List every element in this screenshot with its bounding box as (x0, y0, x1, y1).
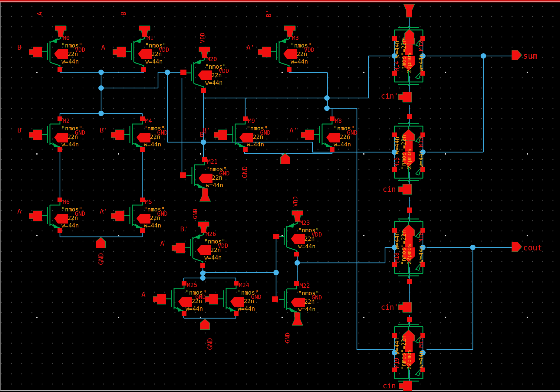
vdd-house-icon[interactable] (404, 29, 415, 41)
instance-name: M4 (145, 118, 152, 124)
length-label: 22n (211, 72, 222, 78)
instance-name: M24 (239, 282, 249, 288)
instance-name: M1 (147, 35, 153, 41)
gnd-pin-icon[interactable] (199, 188, 211, 202)
width-label: w=44n (61, 58, 79, 64)
gate-pin-icon[interactable] (29, 210, 42, 222)
gate-terminal[interactable] (272, 296, 278, 302)
gate-terminal[interactable] (273, 234, 279, 239)
tgate-center-model2: 22pmosGND (406, 324, 412, 381)
cin-b-pin-icon[interactable] (398, 91, 412, 103)
transistor-M21[interactable]: M21 "nmos" GND 22n w=44n GND B' (173, 157, 243, 210)
tgate-M18-M16[interactable]: M18w=44n "nmos"=22n 22pmosVDD w=44nM16 (389, 217, 428, 278)
transistor-M0[interactable]: M0 "nmos" VDD 22n w=44n B A (29, 23, 98, 76)
gate-pin-icon[interactable] (153, 293, 166, 305)
gnd-pin-icon[interactable] (292, 312, 303, 326)
instance-name: M22 (299, 283, 310, 289)
width-label: w=44n (145, 58, 163, 64)
instance-name: M0 (63, 35, 70, 41)
gate-pin-icon[interactable] (29, 46, 42, 58)
transistor-M23[interactable]: M23 "nmos" VDD 22n w=44n VDD (265, 208, 335, 261)
top-net-label: A (36, 0, 43, 32)
gate-pin-icon[interactable] (214, 129, 227, 141)
gate-pin-icon[interactable] (113, 46, 126, 58)
cout-port-icon[interactable] (512, 242, 522, 252)
cin-label: cin (383, 382, 396, 390)
instance-name: M20 (206, 56, 217, 62)
mos-symbol (173, 44, 218, 96)
length-label: 22n (304, 236, 315, 242)
transistor-M22[interactable]: M22 "nmos" GND 22n w=44n GND (265, 281, 335, 334)
top-net-label: VDD (199, 20, 206, 56)
transistor-M26[interactable]: M26 "nmos" VDD 22n w=44n A B' (172, 219, 241, 272)
length-label: 22n (304, 299, 315, 305)
tgate-left-labels: M18w=44n (393, 219, 400, 276)
cin-b-label: cin' (381, 303, 398, 312)
top-net-label: B' (265, 0, 272, 32)
tgate-left-labels: M19w=44n (393, 324, 400, 381)
drain-net-label: B' (180, 226, 188, 232)
sum-port-icon[interactable] (512, 50, 522, 60)
schematic-window: M0 "nmos" VDD 22n w=44n B A M1 "nmos" VD… (0, 0, 560, 392)
width-label: w=44n (205, 80, 222, 86)
width-label: w=44n (186, 305, 203, 312)
transistor-M24[interactable]: M24 "nmos" GND 22n w=44n (205, 281, 275, 334)
length-label: 22n (150, 134, 160, 140)
length-label: 22n (244, 298, 254, 304)
cin-label: cin (383, 185, 396, 194)
vdd-pin-icon[interactable] (404, 4, 415, 18)
width-label: w=44n (298, 243, 315, 249)
gate-pin-icon[interactable] (258, 46, 271, 58)
transistor-M1[interactable]: M1 "nmos" VDD 22n w=44n A B (113, 23, 182, 76)
gate-pin-icon[interactable] (29, 129, 42, 141)
length-label: 22n (192, 298, 202, 304)
tgate-right-labels: w=44nM16 (417, 219, 424, 276)
schematic-canvas[interactable]: M0 "nmos" VDD 22n w=44n B A M1 "nmos" VD… (0, 2, 560, 391)
gate-pin-icon[interactable] (301, 129, 314, 141)
gnd-symbol-icon[interactable] (280, 153, 291, 165)
tgate-M19-M17[interactable]: M19w=44n "nmos"=22n 22pmosGND w=44nM17 (389, 322, 428, 383)
transistor-M8[interactable]: M8 "nmos" GND 22n w=44n A' (301, 116, 371, 169)
top-net-label: B (120, 0, 127, 32)
length-label: 22n (253, 134, 263, 140)
transistor-M4[interactable]: M4 "nmos" GND 22n w=44n B' (111, 116, 181, 169)
instance-name: M9 (248, 118, 255, 124)
input-net-label: A (101, 44, 105, 51)
width-label: w=44n (291, 58, 308, 64)
width-label: w=44n (61, 222, 79, 228)
length-label: 22n (212, 175, 222, 181)
gate-terminal[interactable] (180, 172, 186, 178)
transistor-M20[interactable]: M20 "nmos" VDD 22n w=44n VDD (173, 44, 242, 97)
cout-port-label: cout (523, 243, 542, 252)
cin-pin-icon[interactable] (398, 183, 412, 195)
input-net-label: B (17, 44, 21, 51)
width-label: w=44n (206, 182, 223, 188)
gate-pin-icon[interactable] (111, 210, 124, 222)
transistor-M6[interactable]: M6 "nmos" GND 22n w=44n A (29, 198, 98, 250)
instance-name: M25 (187, 282, 197, 288)
input-net-label: A (160, 240, 164, 247)
input-net-label: A' (289, 127, 298, 133)
input-net-label: A' (246, 44, 255, 51)
gate-pin-icon[interactable] (205, 293, 218, 305)
length-label: 22n (210, 247, 221, 253)
gnd-net-label: GND (97, 241, 104, 277)
instance-name: M3 (292, 35, 299, 41)
tgate-center-model2: 22pmosGND (406, 123, 412, 181)
instance-name: M2 (63, 118, 70, 124)
cin-pin-icon[interactable] (399, 380, 412, 392)
tgate-M15-M13[interactable]: M15w=44n "nmos"=22n 22pmosGND w=44nM13 (389, 122, 428, 182)
input-net-label: A' (100, 208, 108, 214)
transistor-M2[interactable]: M2 "nmos" GND 22n w=44n B (29, 116, 98, 169)
gate-pin-icon[interactable] (172, 242, 185, 254)
transistor-M3[interactable]: M3 "nmos" VDD 22n w=44n A' B' (258, 23, 328, 76)
length-label: 22n (68, 51, 78, 57)
length-label: 22n (340, 134, 350, 140)
gate-terminal[interactable] (180, 70, 186, 75)
cin-b-pin-icon[interactable] (398, 301, 412, 313)
transistor-M5[interactable]: M5 "nmos" GND 22n w=44n A' (111, 198, 181, 250)
sum-port-label: sum (523, 51, 537, 60)
gnd-net-label: GND (241, 154, 248, 190)
instance-name: M21 (207, 158, 217, 165)
gate-pin-icon[interactable] (111, 129, 124, 141)
